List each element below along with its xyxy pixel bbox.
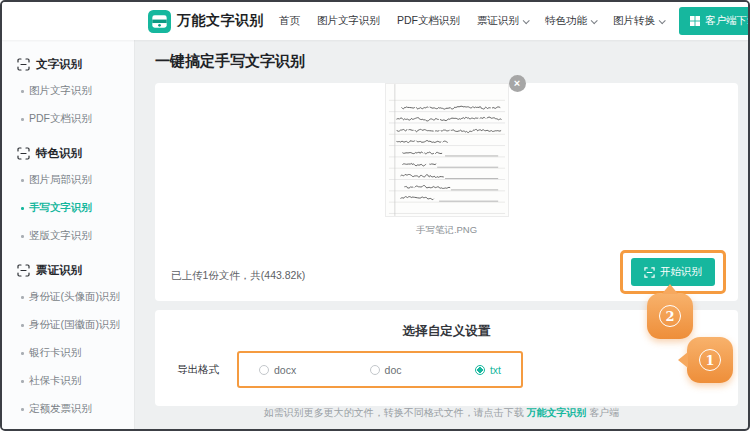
footer-brand-link[interactable]: 万能文字识别 <box>527 407 587 418</box>
nav-item-5[interactable]: 图片转换 <box>613 14 664 28</box>
radio-icon[interactable] <box>475 365 485 375</box>
page-title: 一键搞定手写文字识别 <box>155 52 738 71</box>
nav-item-label: PDF文档识别 <box>397 14 460 28</box>
sidebar-section-title: 特色识别 <box>2 137 134 166</box>
sidebar-section-0: 文字识别图片文字识别PDF文档识别 <box>2 48 134 133</box>
sidebar-item-1-2[interactable]: 竖版文字识别 <box>2 222 134 250</box>
sidebar-item-2-5[interactable]: 增值税发票识别 <box>2 423 134 429</box>
sidebar-item-2-0[interactable]: 身份证(头像面)识别 <box>2 283 134 311</box>
step-1-number: 1 <box>699 349 721 371</box>
footer-note: 如需识别更多更大的文件，转换不同格式文件，请点击下载 万能文字识别 客户端 <box>135 406 748 420</box>
scan-frame-icon <box>17 147 30 160</box>
chevron-down-icon <box>523 17 530 24</box>
file-preview: × <box>385 83 509 217</box>
format-option-doc[interactable]: doc <box>370 364 402 376</box>
scan-icon <box>644 267 655 278</box>
main-content: 一键搞定手写文字识别 × 手写笔记.PNG 已上传1份文件，共(443.82k) <box>135 40 748 429</box>
sidebar-item-2-3[interactable]: 社保卡识别 <box>2 367 134 395</box>
sidebar-section-title: 文字识别 <box>2 48 134 77</box>
radio-icon[interactable] <box>370 365 380 375</box>
file-name-caption: 手写笔记.PNG <box>155 224 738 237</box>
sidebar: 文字识别图片文字识别PDF文档识别特色识别图片局部识别手写文字识别竖版文字识别票… <box>2 40 135 429</box>
start-button-label: 开始识别 <box>660 265 702 279</box>
nav-item-label: 首页 <box>279 14 300 28</box>
format-option-label: doc <box>385 364 402 376</box>
export-format-row: 导出格式 docxdoctxt <box>155 351 738 388</box>
upload-status-text: 已上传1份文件，共(443.82k) <box>171 269 305 283</box>
sidebar-item-2-1[interactable]: 身份证(国徽面)识别 <box>2 311 134 339</box>
footer-text-suffix: 客户端 <box>587 407 620 418</box>
sidebar-section-title: 票证识别 <box>2 254 134 283</box>
sidebar-item-1-1[interactable]: 手写文字识别 <box>2 194 134 222</box>
chevron-down-icon <box>659 17 666 24</box>
nav-item-2[interactable]: PDF文档识别 <box>397 14 460 28</box>
brand-logo[interactable]: 万能文字识别 <box>148 10 264 33</box>
section-title-label: 文字识别 <box>36 57 82 72</box>
step-2-annotation: 2 <box>647 293 693 339</box>
start-button-highlight: 开始识别 <box>620 250 726 294</box>
top-navbar: 万能文字识别 首页图片文字识别PDF文档识别票证识别特色功能图片转换 客户端下载 <box>2 2 748 40</box>
format-option-label: docx <box>274 364 296 376</box>
sidebar-item-0-0[interactable]: 图片文字识别 <box>2 77 134 105</box>
nav-item-label: 票证识别 <box>477 14 519 28</box>
start-recognition-button[interactable]: 开始识别 <box>631 258 715 286</box>
brand-logo-icon <box>148 10 171 33</box>
format-options-highlight: docxdoctxt <box>237 351 523 388</box>
section-title-label: 特色识别 <box>36 146 82 161</box>
section-title-label: 票证识别 <box>36 263 82 278</box>
nav-item-1[interactable]: 图片文字识别 <box>317 14 380 28</box>
sidebar-item-1-0[interactable]: 图片局部识别 <box>2 166 134 194</box>
scan-frame-icon <box>17 58 30 71</box>
client-download-button[interactable]: 客户端下载 <box>679 7 750 35</box>
scan-frame-icon <box>17 264 30 277</box>
sidebar-section-2: 票证识别身份证(头像面)识别身份证(国徽面)识别银行卡识别社保卡识别定额发票识别… <box>2 254 134 429</box>
handwritten-note-image <box>385 83 509 217</box>
format-option-docx[interactable]: docx <box>259 364 296 376</box>
nav-item-0[interactable]: 首页 <box>279 14 300 28</box>
nav-item-label: 特色功能 <box>545 14 587 28</box>
nav-item-label: 图片文字识别 <box>317 14 380 28</box>
upload-card: × 手写笔记.PNG 已上传1份文件，共(443.82k) 开始识别 <box>155 83 738 301</box>
sidebar-item-2-4[interactable]: 定额发票识别 <box>2 395 134 423</box>
radio-icon[interactable] <box>259 365 269 375</box>
brand-name: 万能文字识别 <box>177 12 264 30</box>
step-2-number: 2 <box>659 305 681 327</box>
footer-text-prefix: 如需识别更多更大的文件，转换不同格式文件，请点击下载 <box>264 407 527 418</box>
nav-item-4[interactable]: 特色功能 <box>545 14 596 28</box>
format-option-label: txt <box>490 364 501 376</box>
sidebar-item-2-2[interactable]: 银行卡识别 <box>2 339 134 367</box>
sidebar-item-0-1[interactable]: PDF文档识别 <box>2 105 134 133</box>
nav-menu: 首页图片文字识别PDF文档识别票证识别特色功能图片转换 <box>279 14 664 28</box>
windows-icon <box>690 16 700 26</box>
step-1-annotation: 1 <box>687 337 733 383</box>
download-button-label: 客户端下载 <box>705 14 750 28</box>
format-option-txt[interactable]: txt <box>475 364 501 376</box>
chevron-down-icon <box>591 17 598 24</box>
app-window: 万能文字识别 首页图片文字识别PDF文档识别票证识别特色功能图片转换 客户端下载… <box>0 0 750 431</box>
sidebar-section-1: 特色识别图片局部识别手写文字识别竖版文字识别 <box>2 137 134 250</box>
export-format-label: 导出格式 <box>177 363 229 377</box>
nav-item-3[interactable]: 票证识别 <box>477 14 528 28</box>
close-icon[interactable]: × <box>509 75 526 92</box>
nav-item-label: 图片转换 <box>613 14 655 28</box>
